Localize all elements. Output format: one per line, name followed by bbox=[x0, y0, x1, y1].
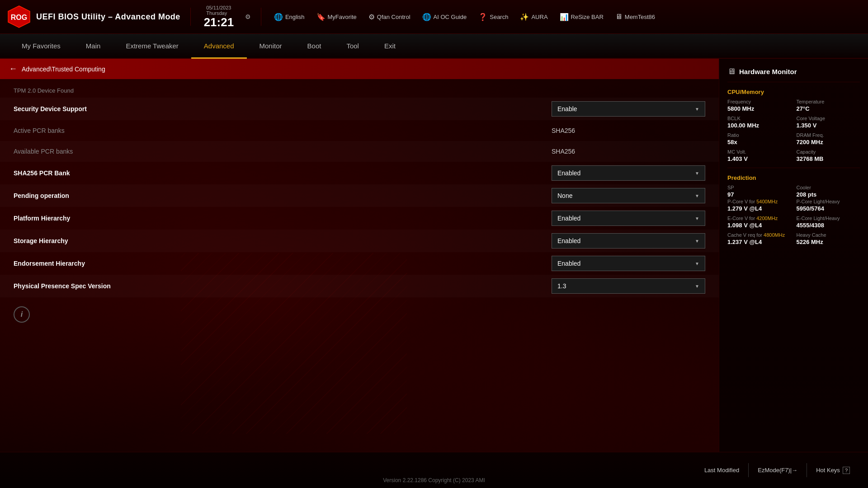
label-security-device-support: Security Device Support bbox=[14, 105, 552, 113]
toolbar-myfavorite[interactable]: 🔖 MyFavorite bbox=[314, 11, 359, 23]
hardware-monitor-panel: 🖥 Hardware Monitor CPU/Memory Frequency … bbox=[719, 59, 868, 452]
hw-core-voltage: Core Voltage 1.350 V bbox=[797, 116, 860, 129]
nav-advanced[interactable]: Advanced bbox=[191, 34, 247, 59]
globe-icon: 🌐 bbox=[274, 13, 283, 21]
prediction-section-title: Prediction bbox=[727, 174, 860, 181]
question-icon: ❓ bbox=[478, 13, 487, 21]
row-pending-operation: Pending operation None ▼ bbox=[0, 184, 719, 207]
toolbar-english[interactable]: 🌐 English bbox=[271, 11, 307, 23]
hw-frequency: Frequency 5800 MHz bbox=[727, 99, 791, 112]
value-active-pcr-banks: SHA256 bbox=[552, 127, 705, 134]
logo-area: ROG UEFI BIOS Utility – Advanced Mode bbox=[7, 5, 180, 28]
label-storage-hierarchy: Storage Hierarchy bbox=[14, 237, 552, 244]
row-endorsement-hierarchy: Endorsement Hierarchy Enabled ▼ bbox=[0, 252, 719, 275]
toolbar-search[interactable]: ❓ Search bbox=[476, 11, 511, 23]
row-security-device-support: Security Device Support Enable ▼ bbox=[0, 98, 719, 120]
monitor-icon: 🖥 bbox=[727, 67, 736, 76]
top-toolbar: 🌐 English 🔖 MyFavorite ⚙ Qfan Control 🌐 … bbox=[271, 11, 861, 23]
question-box-icon: ? bbox=[843, 467, 850, 474]
dropdown-arrow-icon: ▼ bbox=[695, 239, 699, 244]
main-content: ← Advanced\Trusted Computing TPM 2.0 Dev… bbox=[0, 59, 868, 452]
memtest-icon: 🖥 bbox=[615, 13, 623, 21]
value-available-pcr-banks: SHA256 bbox=[552, 148, 705, 155]
time-display: 21:21 bbox=[204, 16, 234, 29]
hw-monitor-label: Hardware Monitor bbox=[739, 68, 797, 75]
settings-gear-icon[interactable]: ⚙ bbox=[245, 13, 251, 20]
toolbar-qfan[interactable]: ⚙ Qfan Control bbox=[366, 11, 413, 23]
hw-sp: SP 97 bbox=[727, 185, 791, 198]
toolbar-memtest[interactable]: 🖥 MemTest86 bbox=[613, 11, 658, 23]
nav-main[interactable]: Main bbox=[73, 34, 113, 59]
footer: Last Modified EzMode(F7)|→ Hot Keys ? Ve… bbox=[0, 452, 868, 488]
prediction-sp-cooler: SP 97 Cooler 208 pts bbox=[727, 185, 860, 198]
info-icon: i bbox=[14, 306, 30, 323]
hw-monitor-title: 🖥 Hardware Monitor bbox=[727, 63, 860, 82]
dropdown-arrow-icon: ▼ bbox=[695, 284, 699, 289]
info-icon-area: i bbox=[0, 297, 719, 332]
dropdown-arrow-icon: ▼ bbox=[695, 193, 699, 198]
hw-capacity: Capacity 32768 MB bbox=[797, 149, 860, 162]
ezmode-button[interactable]: EzMode(F7)|→ bbox=[749, 463, 807, 477]
back-arrow-icon[interactable]: ← bbox=[9, 64, 17, 74]
toolbar-aioc[interactable]: 🌐 AI OC Guide bbox=[420, 11, 470, 23]
hw-mc-volt: MC Volt. 1.403 V bbox=[727, 149, 791, 162]
nav-favorites[interactable]: My Favorites bbox=[9, 34, 73, 59]
hw-pcore-v: P-Core V for 5400MHz 1.279 V @L4 P-Core … bbox=[727, 199, 860, 212]
label-physical-presence: Physical Presence Spec Version bbox=[14, 282, 552, 290]
bookmark-icon: 🔖 bbox=[316, 13, 326, 21]
row-platform-hierarchy: Platform Hierarchy Enabled ▼ bbox=[0, 207, 719, 230]
row-active-pcr-banks: Active PCR banks SHA256 bbox=[0, 120, 719, 141]
dropdown-pending-operation[interactable]: None ▼ bbox=[552, 188, 705, 203]
center-panel: ← Advanced\Trusted Computing TPM 2.0 Dev… bbox=[0, 59, 719, 452]
breadcrumb: ← Advanced\Trusted Computing bbox=[0, 59, 719, 79]
hot-keys-button[interactable]: Hot Keys ? bbox=[807, 463, 859, 478]
label-active-pcr-banks: Active PCR banks bbox=[14, 127, 552, 134]
version-text: Version 2.22.1286 Copyright (C) 2023 AMI bbox=[383, 477, 485, 483]
hw-temperature: Temperature 27°C bbox=[797, 99, 860, 112]
nav-monitor[interactable]: Monitor bbox=[247, 34, 295, 59]
dropdown-physical-presence[interactable]: 1.3 ▼ bbox=[552, 278, 705, 294]
cpu-memory-section-title: CPU/Memory bbox=[727, 89, 860, 95]
label-sha256-pcr-bank: SHA256 PCR Bank bbox=[14, 169, 552, 177]
date-display: 05/11/2023 Thursday bbox=[206, 5, 231, 16]
rog-logo: ROG bbox=[7, 5, 31, 28]
label-pending-operation: Pending operation bbox=[14, 192, 552, 199]
divider-1 bbox=[190, 8, 191, 26]
hw-divider bbox=[727, 168, 860, 168]
nav-tool[interactable]: Tool bbox=[334, 34, 372, 59]
dropdown-endorsement-hierarchy[interactable]: Enabled ▼ bbox=[552, 256, 705, 271]
hw-ecore-v: E-Core V for 4200MHz 1.098 V @L4 E-Core … bbox=[727, 216, 860, 229]
resize-icon: 📊 bbox=[560, 13, 569, 21]
aura-icon: ✨ bbox=[520, 13, 529, 21]
fan-icon: ⚙ bbox=[368, 13, 375, 21]
nav-exit[interactable]: Exit bbox=[372, 34, 408, 59]
nav-extreme-tweaker[interactable]: Extreme Tweaker bbox=[113, 34, 191, 59]
hw-ratio: Ratio 58x bbox=[727, 132, 791, 145]
ai-icon: 🌐 bbox=[422, 13, 431, 21]
breadcrumb-path: Advanced\Trusted Computing bbox=[22, 66, 105, 73]
row-available-pcr-banks: Available PCR banks SHA256 bbox=[0, 141, 719, 162]
hw-cache-v: Cache V req for 4800MHz 1.237 V @L4 Heav… bbox=[727, 232, 860, 245]
label-endorsement-hierarchy: Endorsement Hierarchy bbox=[14, 260, 552, 267]
nav-boot[interactable]: Boot bbox=[295, 34, 334, 59]
dropdown-platform-hierarchy[interactable]: Enabled ▼ bbox=[552, 211, 705, 226]
row-sha256-pcr-bank: SHA256 PCR Bank Enabled ▼ bbox=[0, 162, 719, 184]
last-modified-button[interactable]: Last Modified bbox=[695, 463, 749, 477]
dropdown-sha256-pcr-bank[interactable]: Enabled ▼ bbox=[552, 165, 705, 181]
toolbar-aura[interactable]: ✨ AURA bbox=[517, 11, 550, 23]
dropdown-storage-hierarchy[interactable]: Enabled ▼ bbox=[552, 233, 705, 249]
cpu-memory-grid: Frequency 5800 MHz Temperature 27°C BCLK… bbox=[727, 99, 860, 162]
hw-dram-freq: DRAM Freq. 7200 MHz bbox=[797, 132, 860, 145]
dropdown-security-device-support[interactable]: Enable ▼ bbox=[552, 101, 705, 117]
row-physical-presence: Physical Presence Spec Version 1.3 ▼ bbox=[0, 275, 719, 297]
toolbar-resizebar[interactable]: 📊 ReSize BAR bbox=[557, 11, 606, 23]
dropdown-arrow-icon: ▼ bbox=[695, 216, 699, 221]
datetime: 05/11/2023 Thursday 21:21 bbox=[201, 5, 237, 29]
dropdown-arrow-icon: ▼ bbox=[695, 171, 699, 176]
label-available-pcr-banks: Available PCR banks bbox=[14, 148, 552, 155]
svg-text:ROG: ROG bbox=[11, 14, 27, 21]
dropdown-arrow-icon: ▼ bbox=[695, 261, 699, 266]
hw-bclk: BCLK 100.00 MHz bbox=[727, 116, 791, 129]
hw-cooler: Cooler 208 pts bbox=[797, 185, 860, 198]
dropdown-arrow-icon: ▼ bbox=[695, 107, 699, 112]
